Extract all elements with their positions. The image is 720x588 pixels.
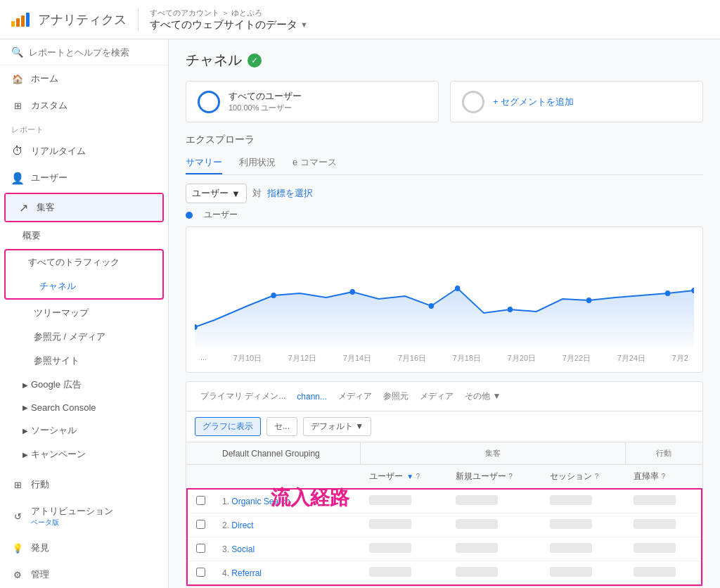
sidebar-search-container[interactable]: 🔍	[0, 39, 168, 65]
row-checkbox-3[interactable]	[196, 544, 205, 553]
metric-select-link[interactable]: 指標を選択	[267, 187, 313, 200]
sidebar-item-google-ads[interactable]: ▶ Google 広告	[0, 373, 168, 397]
page-header: チャネル ✓	[186, 51, 703, 70]
dim-tab-media2[interactable]: メディア	[414, 388, 459, 405]
th-sessions: セッション ?	[541, 465, 625, 490]
channel-link-1[interactable]: Organic Search	[231, 497, 290, 506]
default-btn[interactable]: デフォルト ▼	[303, 417, 371, 436]
checkbox-cell-3[interactable]	[187, 537, 214, 561]
legend-user-label: ユーザー	[204, 209, 238, 221]
logo-bar-1	[11, 21, 15, 27]
discover-label: 発見	[31, 542, 49, 554]
tab-ecommerce[interactable]: e コマース	[292, 152, 337, 174]
blurred-bounce-3	[634, 543, 676, 553]
sessions-cell-1	[541, 489, 625, 513]
sessions-cell-3	[541, 537, 625, 561]
app-title: アナリティクス	[38, 11, 127, 28]
breadcrumb-dropdown-icon: ▼	[300, 20, 308, 29]
metric-selector[interactable]: ユーザー ▼	[186, 184, 247, 203]
sidebar-item-users[interactable]: 👤 ユーザー	[0, 165, 168, 191]
new-users-cell-1	[447, 489, 541, 513]
sidebar-item-referral-site[interactable]: 参照サイト	[0, 349, 168, 373]
segment-info: すべてのユーザー 100.00% ユーザー	[229, 90, 427, 113]
breadcrumb-main[interactable]: すべてのウェブサイトのデータ ▼	[150, 18, 308, 32]
select-btn[interactable]: セ...	[266, 417, 297, 436]
sidebar-item-custom[interactable]: ⊞ カスタム	[0, 92, 168, 119]
x-label-5: 7月16日	[398, 353, 426, 364]
channel-header-label: Default Channel Grouping	[222, 449, 320, 459]
sidebar-item-users-label: ユーザー	[31, 172, 68, 184]
explorer-section: エクスプローラ サマリー 利用状況 e コマース ユーザー ▼ 対 指標を選択 …	[186, 134, 703, 587]
dim-tab-referral[interactable]: 参照元	[378, 388, 414, 405]
sidebar-item-attribution[interactable]: ↺ アトリビューション ベータ版	[0, 498, 168, 535]
segment-row: すべてのユーザー 100.00% ユーザー + セグメントを追加	[186, 81, 703, 122]
sidebar-item-referral-media[interactable]: 参照元 / メディア	[0, 325, 168, 349]
x-label-10: 7月2	[672, 353, 688, 364]
sort-icon: ▼	[406, 473, 413, 480]
sidebar-item-campaign[interactable]: ▶ キャンペーン	[0, 442, 168, 466]
checkbox-cell-4[interactable]	[187, 561, 214, 586]
user-icon: 👤	[11, 172, 24, 184]
sidebar-item-home[interactable]: 🏠 ホーム	[0, 65, 168, 92]
segment-card-all-users[interactable]: すべてのユーザー 100.00% ユーザー	[186, 81, 439, 122]
row-checkbox-1[interactable]	[196, 496, 205, 505]
discover-icon: 💡	[11, 542, 24, 554]
sidebar-item-channels[interactable]: チャネル	[6, 274, 162, 298]
sessions-cell-2	[541, 513, 625, 537]
blurred-new-users-1	[456, 495, 498, 505]
blurred-sessions-3	[550, 543, 592, 553]
channel-link-2[interactable]: Direct	[231, 520, 253, 530]
blurred-bounce-4	[634, 567, 676, 577]
x-label-9: 7月24日	[617, 353, 645, 364]
sidebar-item-realtime[interactable]: ⏱ リアルタイム	[0, 138, 168, 165]
logo-bar-4	[26, 13, 30, 27]
channel-cell-3: 3. Social	[214, 537, 361, 561]
th-checkbox	[187, 442, 214, 465]
sidebar-item-search-console[interactable]: ▶ Search Console	[0, 397, 168, 418]
graph-display-btn[interactable]: グラフに表示	[195, 417, 261, 436]
rank-1: 1.	[222, 497, 229, 506]
sidebar-item-admin[interactable]: ⚙ 管理	[0, 561, 168, 588]
sidebar-item-acquisition[interactable]: ↗ 集客	[6, 194, 162, 221]
chart-point	[271, 293, 276, 298]
th-users: ユーザー ▼ ?	[361, 465, 447, 490]
checkbox-cell-1[interactable]	[187, 489, 214, 513]
attribution-label: アトリビューション	[31, 505, 113, 518]
sidebar-item-all-traffic[interactable]: すべてのトラフィック	[6, 250, 162, 274]
sessions-info-icon: ?	[595, 473, 599, 480]
dim-tab-other[interactable]: その他 ▼	[459, 388, 506, 405]
tab-usage[interactable]: 利用状況	[239, 152, 276, 174]
channel-cell-4: 4. Referral	[214, 561, 361, 586]
channel-link-4[interactable]: Referral	[231, 568, 262, 578]
blurred-bounce-2	[634, 519, 676, 529]
sidebar-item-discover[interactable]: 💡 発見	[0, 535, 168, 561]
sidebar: 🔍 🏠 ホーム ⊞ カスタム レポート ⏱ リアルタイム 👤 ユーザー ↗ 集客	[0, 39, 169, 588]
clock-icon: ⏱	[11, 145, 24, 158]
sidebar-item-overview[interactable]: 概要	[0, 224, 168, 248]
tab-summary[interactable]: サマリー	[186, 152, 222, 174]
sidebar-item-treemap[interactable]: ツリーマップ	[0, 301, 168, 325]
dim-tab-media[interactable]: メディア	[333, 388, 378, 405]
checkbox-cell-2[interactable]	[187, 513, 214, 537]
topbar-divider	[138, 8, 139, 31]
blurred-users-3	[369, 543, 411, 553]
verified-icon: ✓	[248, 53, 262, 68]
blurred-sessions-4	[550, 567, 592, 577]
home-icon: 🏠	[11, 72, 24, 85]
row-checkbox-2[interactable]	[196, 520, 205, 529]
logo-icon	[11, 13, 30, 27]
segment-card-add[interactable]: + セグメントを追加	[450, 81, 703, 122]
blurred-new-users-4	[456, 567, 498, 577]
google-ads-label: Google 広告	[31, 378, 82, 391]
search-input[interactable]	[29, 47, 157, 58]
sidebar-item-social[interactable]: ▶ ソーシャル	[0, 418, 168, 442]
row-checkbox-4[interactable]	[196, 568, 205, 577]
channel-link-3[interactable]: Social	[231, 544, 255, 554]
breadcrumb: すべてのアカウント ＞ ゆとぷろ すべてのウェブサイトのデータ ▼	[150, 8, 308, 32]
expand-icon: ▶	[22, 381, 28, 389]
new-users-info-icon: ?	[508, 473, 513, 480]
dim-tab-channel[interactable]: chann...	[291, 389, 333, 404]
sidebar-item-behavior[interactable]: ⊞ 行動	[0, 471, 168, 498]
chart-controls: ユーザー ▼ 対 指標を選択	[186, 184, 703, 203]
dimension-tabs: プライマリ ディメン... chann... メディア 参照元 メディア その他…	[186, 382, 702, 411]
